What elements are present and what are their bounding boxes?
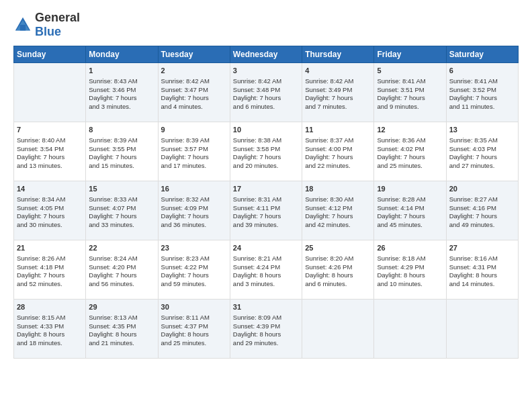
day-info-line: Sunrise: 8:37 AM — [305, 136, 371, 145]
col-sunday: Sunday — [14, 46, 86, 63]
day-info-line: and 7 minutes. — [305, 103, 371, 111]
day-info-line: and 4 minutes. — [161, 103, 227, 111]
day-info-line: Sunrise: 8:15 AM — [17, 314, 83, 322]
day-info-line: Sunrise: 8:42 AM — [305, 77, 371, 86]
day-info-line: Sunset: 4:33 PM — [17, 322, 83, 331]
day-info-line: Sunset: 4:03 PM — [449, 145, 515, 154]
day-info-line: and 3 minutes. — [233, 280, 299, 289]
day-info-line: Sunset: 4:31 PM — [449, 263, 515, 272]
day-info-line: and 9 minutes. — [377, 103, 443, 111]
day-number: 13 — [449, 125, 515, 135]
day-info-line: Sunrise: 8:16 AM — [449, 255, 515, 263]
table-cell: 27Sunrise: 8:16 AMSunset: 4:31 PMDayligh… — [446, 240, 518, 300]
day-info-line: Sunrise: 8:27 AM — [449, 195, 515, 204]
day-info-line: Sunset: 4:20 PM — [89, 263, 154, 272]
table-cell: 15Sunrise: 8:33 AMSunset: 4:07 PMDayligh… — [86, 181, 158, 240]
day-number: 18 — [305, 184, 371, 194]
day-info-line: Daylight: 7 hours — [233, 94, 299, 103]
day-info-line: Sunset: 4:39 PM — [233, 322, 299, 331]
table-cell: 11Sunrise: 8:37 AMSunset: 4:00 PMDayligh… — [302, 122, 374, 181]
table-cell: 24Sunrise: 8:21 AMSunset: 4:24 PMDayligh… — [230, 240, 302, 300]
day-info-line: Daylight: 7 hours — [89, 271, 154, 280]
day-info-line: Daylight: 8 hours — [17, 330, 83, 339]
day-info-line: Sunrise: 8:42 AM — [233, 77, 299, 86]
day-info-line: and 22 minutes. — [305, 162, 371, 171]
day-number: 26 — [377, 243, 443, 253]
table-cell: 28Sunrise: 8:15 AMSunset: 4:33 PMDayligh… — [14, 300, 86, 359]
calendar-row: 28Sunrise: 8:15 AMSunset: 4:33 PMDayligh… — [14, 300, 519, 359]
day-info-line: Sunrise: 8:35 AM — [449, 136, 515, 145]
day-info-line: and 49 minutes. — [449, 221, 515, 230]
day-info-line: Sunset: 4:29 PM — [377, 263, 443, 272]
table-cell: 20Sunrise: 8:27 AMSunset: 4:16 PMDayligh… — [446, 181, 518, 240]
day-info-line: Sunset: 3:55 PM — [89, 145, 154, 154]
table-cell: 16Sunrise: 8:32 AMSunset: 4:09 PMDayligh… — [158, 181, 230, 240]
weekday-header-row: Sunday Monday Tuesday Wednesday Thursday… — [14, 46, 519, 63]
day-info-line: and 11 minutes. — [449, 103, 515, 111]
day-info-line: Sunrise: 8:23 AM — [161, 255, 227, 263]
table-cell: 13Sunrise: 8:35 AMSunset: 4:03 PMDayligh… — [446, 122, 518, 181]
day-info-line: and 36 minutes. — [161, 221, 227, 230]
day-number: 15 — [89, 184, 154, 194]
table-cell: 19Sunrise: 8:28 AMSunset: 4:14 PMDayligh… — [374, 181, 446, 240]
day-info-line: and 3 minutes. — [89, 103, 154, 111]
day-info-line: and 45 minutes. — [377, 221, 443, 230]
day-info-line: Sunset: 3:57 PM — [161, 145, 227, 154]
table-cell: 3Sunrise: 8:42 AMSunset: 3:48 PMDaylight… — [230, 63, 302, 122]
calendar-row: 14Sunrise: 8:34 AMSunset: 4:05 PMDayligh… — [14, 181, 519, 240]
day-info-line: Daylight: 8 hours — [449, 271, 515, 280]
day-info-line: Sunrise: 8:34 AM — [17, 195, 83, 204]
day-number: 17 — [233, 184, 299, 194]
day-number: 19 — [377, 184, 443, 194]
day-info-line: Sunrise: 8:39 AM — [161, 136, 227, 145]
day-info-line: Sunrise: 8:11 AM — [161, 314, 227, 322]
table-cell: 23Sunrise: 8:23 AMSunset: 4:22 PMDayligh… — [158, 240, 230, 300]
day-info-line: and 27 minutes. — [449, 162, 515, 171]
table-cell: 22Sunrise: 8:24 AMSunset: 4:20 PMDayligh… — [86, 240, 158, 300]
day-info-line: and 30 minutes. — [17, 221, 83, 230]
day-info-line: Sunrise: 8:30 AM — [305, 195, 371, 204]
table-cell: 26Sunrise: 8:18 AMSunset: 4:29 PMDayligh… — [374, 240, 446, 300]
day-info-line: and 39 minutes. — [233, 221, 299, 230]
day-info-line: Sunrise: 8:21 AM — [233, 255, 299, 263]
day-number: 10 — [233, 125, 299, 135]
day-info-line: Daylight: 7 hours — [89, 153, 154, 162]
day-info-line: Daylight: 7 hours — [17, 212, 83, 221]
day-info-line: Sunset: 3:52 PM — [449, 86, 515, 95]
day-info-line: Sunrise: 8:36 AM — [377, 136, 443, 145]
day-info-line: Sunset: 4:18 PM — [17, 263, 83, 272]
day-info-line: Sunset: 4:16 PM — [449, 204, 515, 213]
day-info-line: Sunset: 3:46 PM — [89, 86, 154, 95]
day-info-line: and 14 minutes. — [449, 280, 515, 289]
day-info-line: Sunset: 4:11 PM — [233, 204, 299, 213]
day-info-line: Sunset: 4:07 PM — [89, 204, 154, 213]
day-info-line: Sunrise: 8:26 AM — [17, 255, 83, 263]
day-info-line: Daylight: 7 hours — [449, 94, 515, 103]
table-cell: 5Sunrise: 8:41 AMSunset: 3:51 PMDaylight… — [374, 63, 446, 122]
day-info-line: and 56 minutes. — [89, 280, 154, 289]
day-info-line: Sunrise: 8:41 AM — [449, 77, 515, 86]
day-number: 27 — [449, 243, 515, 253]
day-number: 31 — [233, 302, 299, 312]
day-info-line: and 15 minutes. — [89, 162, 154, 171]
day-info-line: Sunset: 3:48 PM — [233, 86, 299, 95]
day-info-line: Daylight: 7 hours — [449, 153, 515, 162]
day-number: 3 — [233, 66, 299, 76]
day-info-line: Sunrise: 8:28 AM — [377, 195, 443, 204]
logo-general: General — [35, 11, 80, 24]
table-cell: 8Sunrise: 8:39 AMSunset: 3:55 PMDaylight… — [86, 122, 158, 181]
day-number: 16 — [161, 184, 227, 194]
table-cell: 7Sunrise: 8:40 AMSunset: 3:54 PMDaylight… — [14, 122, 86, 181]
day-info-line: Sunrise: 8:42 AM — [161, 77, 227, 86]
day-info-line: Sunrise: 8:32 AM — [161, 195, 227, 204]
day-info-line: Sunrise: 8:09 AM — [233, 314, 299, 322]
col-wednesday: Wednesday — [230, 46, 302, 63]
day-info-line: Daylight: 7 hours — [89, 94, 154, 103]
table-cell: 6Sunrise: 8:41 AMSunset: 3:52 PMDaylight… — [446, 63, 518, 122]
table-cell: 12Sunrise: 8:36 AMSunset: 4:02 PMDayligh… — [374, 122, 446, 181]
day-info-line: Sunset: 4:37 PM — [161, 322, 227, 331]
day-info-line: Daylight: 7 hours — [17, 271, 83, 280]
day-info-line: and 6 minutes. — [305, 280, 371, 289]
day-number: 20 — [449, 184, 515, 194]
day-number: 11 — [305, 125, 371, 135]
